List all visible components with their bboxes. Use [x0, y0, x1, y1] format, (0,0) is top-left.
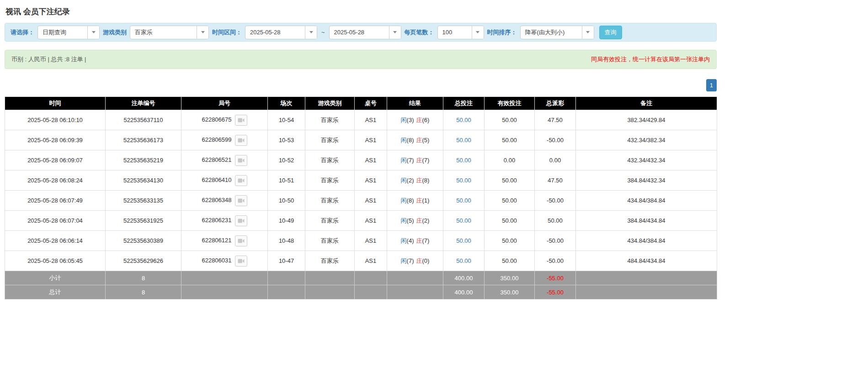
total-bet-link[interactable]: 50.00 — [456, 237, 471, 244]
footer-empty-table — [355, 285, 387, 299]
result-player-score: (3) — [407, 117, 414, 123]
cell-game-type: 百家乐 — [305, 251, 355, 271]
result-banker-score: (0) — [422, 257, 430, 264]
cell-bet-number: 522535630389 — [106, 231, 181, 251]
result-player-label: 闲 — [401, 217, 407, 224]
cell-result: 闲(8)庄(5) — [387, 130, 443, 150]
footer-empty-game — [305, 271, 355, 285]
total-bet-link[interactable]: 50.00 — [456, 157, 471, 164]
video-replay-button[interactable] — [235, 215, 247, 226]
cell-round-number: 622806348 — [181, 191, 268, 211]
cell-valid-bet: 0.00 — [485, 150, 535, 171]
cell-total-bet: 50.00 — [443, 191, 485, 211]
filter-bar: 请选择： 日期查询 游戏类别 百家乐 时间区间： 2025-05-28 ~ 20… — [5, 23, 717, 42]
page-size-select[interactable]: 100 — [437, 26, 484, 39]
table-row: 2025-05-28 06:09:07 522535635219 6228065… — [5, 150, 717, 171]
cell-result: 闲(5)庄(2) — [387, 211, 443, 231]
video-replay-button[interactable] — [235, 175, 247, 186]
cell-table-number: AS1 — [355, 171, 387, 191]
total-bet-link[interactable]: 50.00 — [456, 117, 471, 123]
video-replay-button[interactable] — [235, 135, 247, 146]
cell-bet-number: 522535631925 — [106, 211, 181, 231]
column-header: 注单编号 — [106, 97, 181, 110]
cell-bet-number: 522535629626 — [106, 251, 181, 271]
chevron-down-icon[interactable] — [197, 26, 208, 39]
cell-game-type: 百家乐 — [305, 191, 355, 211]
column-header: 备注 — [576, 97, 717, 110]
cell-time: 2025-05-28 06:07:04 — [5, 211, 106, 231]
total-bet-link[interactable]: 50.00 — [456, 257, 471, 264]
result-banker-score: (1) — [422, 197, 430, 204]
total-bet-link[interactable]: 50.00 — [456, 177, 471, 184]
cell-total-bet: 50.00 — [443, 130, 485, 150]
cell-session: 10-47 — [268, 251, 305, 271]
cell-remark: 384.84/434.84 — [576, 211, 717, 231]
video-replay-button[interactable] — [235, 235, 247, 246]
result-banker-label: 庄 — [416, 137, 422, 144]
footer-label: 总计 — [5, 285, 106, 299]
cell-session: 10-51 — [268, 171, 305, 191]
result-player-score: (5) — [407, 217, 414, 224]
video-replay-button[interactable] — [235, 115, 247, 126]
cell-remark: 434.84/384.84 — [576, 231, 717, 251]
footer-total-bet: 400.00 — [443, 271, 485, 285]
cell-remark: 382.34/429.84 — [576, 110, 717, 130]
date-from-select[interactable]: 2025-05-28 — [245, 26, 317, 39]
cell-payout: 47.50 — [535, 110, 576, 130]
cell-bet-number: 522535636173 — [106, 130, 181, 150]
footer-empty-session — [268, 285, 305, 299]
footer-empty-result — [387, 271, 443, 285]
query-type-select[interactable]: 日期查询 — [37, 26, 100, 39]
date-to-value: 2025-05-28 — [330, 26, 389, 39]
total-bet-link[interactable]: 50.00 — [456, 217, 471, 224]
page-1-button[interactable]: 1 — [706, 79, 717, 91]
cell-valid-bet: 50.00 — [485, 231, 535, 251]
round-number-text: 622806521 — [202, 156, 231, 163]
date-from-value: 2025-05-28 — [245, 26, 305, 39]
table-header-row: 时间注单编号局号场次游戏类别桌号结果总投注有效投注总派彩备注 — [5, 97, 717, 110]
video-replay-button[interactable] — [235, 155, 247, 166]
video-icon — [238, 218, 245, 224]
chevron-down-icon[interactable] — [87, 26, 99, 39]
result-player-label: 闲 — [401, 137, 407, 144]
round-number-text: 622806231 — [202, 217, 231, 224]
footer-empty-remark — [576, 285, 717, 299]
page-size-value: 100 — [438, 26, 472, 39]
time-sort-select[interactable]: 降幂(由大到小) — [520, 26, 594, 39]
date-to-select[interactable]: 2025-05-28 — [329, 26, 401, 39]
column-header: 局号 — [181, 97, 268, 110]
round-number-text: 622806675 — [202, 116, 231, 123]
footer-empty-remark — [576, 271, 717, 285]
table-row: 2025-05-28 06:10:10 522535637110 6228066… — [5, 110, 717, 130]
total-bet-link[interactable]: 50.00 — [456, 197, 471, 204]
game-type-select[interactable]: 百家乐 — [130, 26, 209, 39]
chevron-down-icon[interactable] — [389, 26, 401, 39]
cell-bet-number: 522535633135 — [106, 191, 181, 211]
page-title: 视讯 会员下注纪录 — [5, 0, 717, 23]
video-icon — [238, 238, 245, 244]
cell-round-number: 622806231 — [181, 211, 268, 231]
video-replay-button[interactable] — [235, 256, 247, 267]
cell-time: 2025-05-28 06:05:45 — [5, 251, 106, 271]
date-range-separator: ~ — [320, 29, 326, 36]
table-row: 2025-05-28 06:05:45 522535629626 6228060… — [5, 251, 717, 271]
cell-result: 闲(7)庄(7) — [387, 150, 443, 171]
cell-round-number: 622806599 — [181, 130, 268, 150]
round-number-text: 622806410 — [202, 176, 231, 183]
cell-total-bet: 50.00 — [443, 211, 485, 231]
cell-game-type: 百家乐 — [305, 231, 355, 251]
round-number-text: 622806031 — [202, 257, 231, 264]
chevron-down-icon[interactable] — [472, 26, 484, 39]
total-bet-link[interactable]: 50.00 — [456, 137, 471, 144]
footer-total-bet: 400.00 — [443, 285, 485, 299]
cell-total-bet: 50.00 — [443, 150, 485, 171]
result-banker-label: 庄 — [416, 257, 422, 264]
round-number-text: 622806121 — [202, 237, 231, 244]
page-size-label: 每页笔数： — [405, 28, 434, 37]
video-replay-button[interactable] — [235, 195, 247, 206]
chevron-down-icon[interactable] — [305, 26, 317, 39]
footer-label: 小计 — [5, 271, 106, 285]
cell-payout: -50.00 — [535, 130, 576, 150]
chevron-down-icon[interactable] — [582, 26, 594, 39]
search-button[interactable]: 查询 — [599, 26, 622, 39]
